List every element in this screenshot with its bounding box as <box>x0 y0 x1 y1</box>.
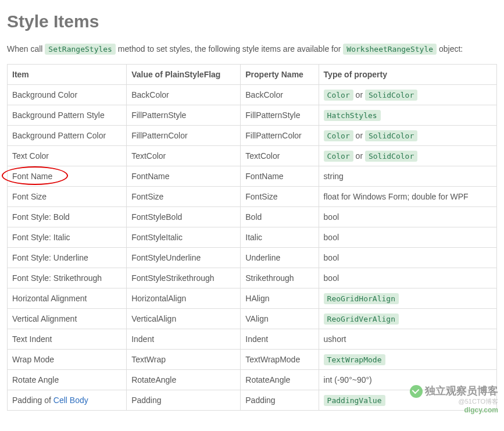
code-worksheetrangestyle: WorksheetRangeStyle <box>343 44 437 55</box>
cell-item: Font Name <box>8 166 127 187</box>
table-row: Background ColorBackColorBackColorColor … <box>8 85 497 105</box>
cell-item-text: Padding of <box>12 396 53 405</box>
type-code: PaddingValue <box>324 395 385 406</box>
type-code: TextWrapMode <box>324 354 385 365</box>
cell-body-link[interactable]: Cell Body <box>53 396 88 405</box>
cell-property: TextColor <box>241 146 319 166</box>
cell-item: Font Style: Strikethrough <box>8 268 127 288</box>
cell-flag: FillPatternStyle <box>127 105 241 126</box>
cell-flag: TextWrap <box>127 350 241 370</box>
cell-item: Text Indent <box>8 329 127 350</box>
cell-item: Font Size <box>8 187 127 207</box>
table-row: Font NameFontNameFontNamestring <box>8 166 497 187</box>
intro-text: When call <box>7 44 45 54</box>
type-code: SolidColor <box>365 151 417 162</box>
cell-flag: VerticalAlign <box>127 309 241 329</box>
cell-type: float for Windows Form; double for WPF <box>319 187 496 207</box>
cell-flag: FontStyleItalic <box>127 227 241 248</box>
table-row: Background Pattern StyleFillPatternStyle… <box>8 105 497 126</box>
table-row: Text IndentIndentIndentushort <box>8 329 497 350</box>
cell-type: bool <box>319 207 496 227</box>
intro-text: method to set styles, the following styl… <box>116 44 343 54</box>
cell-type: PaddingValue <box>319 390 496 411</box>
cell-type: TextWrapMode <box>319 350 496 370</box>
cell-type: ReoGridVerAlign <box>319 309 496 329</box>
cell-flag: FontStyleUnderline <box>127 248 241 268</box>
cell-item: Wrap Mode <box>8 350 127 370</box>
or-text: or <box>353 131 365 140</box>
table-header-row: Item Value of PlainStyleFlag Property Na… <box>8 65 497 85</box>
cell-property: HAlign <box>241 288 319 309</box>
cell-flag: FontName <box>127 166 241 187</box>
cell-flag: Indent <box>127 329 241 350</box>
type-code: Color <box>324 90 353 101</box>
col-property: Property Name <box>241 65 319 85</box>
table-row: Vertical AlignmentVerticalAlignVAlignReo… <box>8 309 497 329</box>
cell-item: Font Style: Underline <box>8 248 127 268</box>
table-row: Rotate AngleRotateAngleRotateAngleint (-… <box>8 370 497 390</box>
cell-flag: Padding <box>127 390 241 411</box>
cell-type: Color or SolidColor <box>319 85 496 105</box>
cell-item: Rotate Angle <box>8 370 127 390</box>
highlight-ellipse: Font Name <box>12 172 52 181</box>
cell-property: FontName <box>241 166 319 187</box>
cell-type: HatchStyles <box>319 105 496 126</box>
or-text: or <box>353 151 365 161</box>
cell-type: bool <box>319 248 496 268</box>
type-code: ReoGridVerAlign <box>324 314 399 325</box>
table-row: Font SizeFontSizeFontSizefloat for Windo… <box>8 187 497 207</box>
type-code: ReoGridHorAlign <box>324 293 399 304</box>
table-row: Background Pattern ColorFillPatternColor… <box>8 126 497 146</box>
cell-property: FontSize <box>241 187 319 207</box>
cell-type: string <box>319 166 496 187</box>
cell-item: Text Color <box>8 146 127 166</box>
cell-flag: FontStyleBold <box>127 207 241 227</box>
table-row: Wrap ModeTextWrapTextWrapModeTextWrapMod… <box>8 350 497 370</box>
intro-paragraph: When call SetRangeStyles method to set s… <box>7 44 497 54</box>
cell-item: Font Style: Italic <box>8 227 127 248</box>
cell-type: bool <box>319 227 496 248</box>
cell-property: BackColor <box>241 85 319 105</box>
cell-type: bool <box>319 268 496 288</box>
cell-property: TextWrapMode <box>241 350 319 370</box>
cell-property: Bold <box>241 207 319 227</box>
cell-property: Strikethrough <box>241 268 319 288</box>
type-code: Color <box>324 130 353 141</box>
cell-property: Padding <box>241 390 319 411</box>
table-row: Font Style: ItalicFontStyleItalicItalicb… <box>8 227 497 248</box>
cell-property: RotateAngle <box>241 370 319 390</box>
or-text: or <box>353 90 365 99</box>
cell-item: Background Pattern Style <box>8 105 127 126</box>
cell-flag: RotateAngle <box>127 370 241 390</box>
cell-item: Background Pattern Color <box>8 126 127 146</box>
cell-type: int (-90°~90°) <box>319 370 496 390</box>
cell-type: Color or SolidColor <box>319 146 496 166</box>
style-items-table: Item Value of PlainStyleFlag Property Na… <box>7 64 497 411</box>
cell-flag: BackColor <box>127 85 241 105</box>
cell-item: Padding of Cell Body <box>8 390 127 411</box>
col-flag: Value of PlainStyleFlag <box>127 65 241 85</box>
cell-flag: FontSize <box>127 187 241 207</box>
type-code: Color <box>324 151 353 162</box>
type-code: SolidColor <box>365 130 417 141</box>
code-setrangestyles: SetRangeStyles <box>45 44 116 55</box>
cell-property: Underline <box>241 248 319 268</box>
table-row: Font Style: UnderlineFontStyleUnderlineU… <box>8 248 497 268</box>
cell-flag: FillPatternColor <box>127 126 241 146</box>
cell-flag: TextColor <box>127 146 241 166</box>
cell-type: ushort <box>319 329 496 350</box>
type-code: HatchStyles <box>324 110 381 121</box>
cell-type: ReoGridHorAlign <box>319 288 496 309</box>
table-row: Text ColorTextColorTextColorColor or Sol… <box>8 146 497 166</box>
page-title: Style Items <box>7 12 497 31</box>
cell-property: Italic <box>241 227 319 248</box>
cell-item: Vertical Alignment <box>8 309 127 329</box>
cell-property: FillPatternStyle <box>241 105 319 126</box>
intro-text: object: <box>437 44 463 54</box>
cell-flag: FontStyleStrikethrough <box>127 268 241 288</box>
table-row: Font Style: StrikethroughFontStyleStrike… <box>8 268 497 288</box>
cell-type: Color or SolidColor <box>319 126 496 146</box>
cell-item-text: Font Name <box>12 172 52 181</box>
cell-flag: HorizontalAlign <box>127 288 241 309</box>
cell-property: VAlign <box>241 309 319 329</box>
